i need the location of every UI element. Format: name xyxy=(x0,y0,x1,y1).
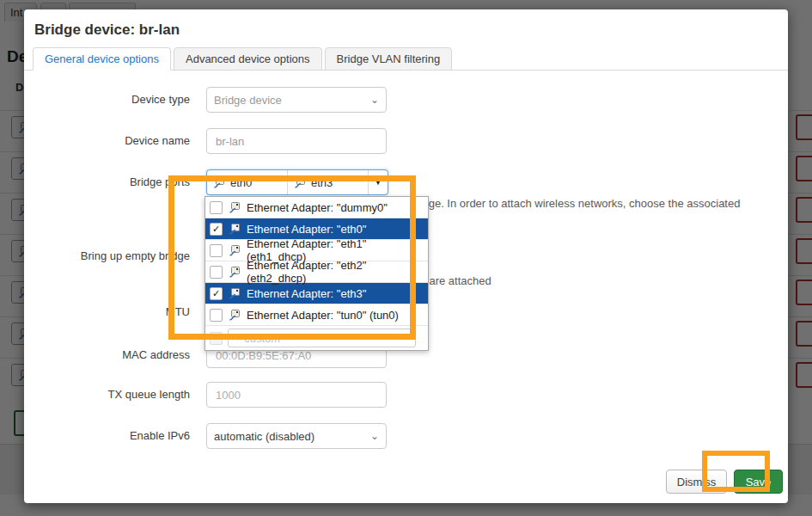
item-label: Ethernet Adapter: "tun0" (tun0) xyxy=(247,309,399,322)
item-checkbox[interactable] xyxy=(210,244,223,257)
modal-title: Bridge device: br-lan xyxy=(34,22,180,39)
item-label: Ethernet Adapter: "dummy0" xyxy=(247,201,388,214)
page: Int De D Bridge device: br-lan General d… xyxy=(0,0,812,516)
device-type-value: Bridge device xyxy=(214,94,282,107)
token-label: eth0 xyxy=(230,176,252,189)
chevron-down-icon: ⌄ xyxy=(370,94,379,106)
enable-ipv6-label: Enable IPv6 xyxy=(24,429,190,442)
dropdown-arrow-icon[interactable]: ▼ xyxy=(369,170,388,194)
device-type-select[interactable]: Bridge device ⌄ xyxy=(206,87,387,113)
modal-tabbar: General device options Advanced device o… xyxy=(24,49,788,71)
device-name-field xyxy=(206,128,387,154)
item-checkbox[interactable] xyxy=(210,309,223,322)
enable-ipv6-select[interactable]: automatic (disabled) ⌄ xyxy=(206,423,387,449)
token-label: eth3 xyxy=(311,176,333,189)
chevron-down-icon: ⌄ xyxy=(370,430,379,442)
save-button[interactable]: Save xyxy=(734,470,783,494)
bridge-ports-label: Bridge ports xyxy=(24,175,190,188)
tab-bridge-vlan-filtering[interactable]: Bridge VLAN filtering xyxy=(325,47,453,71)
item-checkbox[interactable]: ✓ xyxy=(210,223,223,236)
item-label: Ethernet Adapter: "eth2" (eth2_dhcp) xyxy=(247,259,428,285)
tx-queue-length-input[interactable] xyxy=(214,388,379,402)
bridge-ports-multiselect[interactable]: eth0eth3▼ xyxy=(206,169,388,195)
ethernet-adapter-icon xyxy=(228,308,241,322)
custom-checkbox[interactable] xyxy=(210,332,223,345)
ethernet-adapter-icon xyxy=(228,222,241,236)
ethernet-adapter-icon xyxy=(212,175,226,189)
enable-ipv6-value: automatic (disabled) xyxy=(214,430,314,443)
ethernet-adapter-icon xyxy=(228,286,241,300)
selected-port-token[interactable]: eth0 xyxy=(207,170,288,194)
dropdown-item[interactable]: ✓Ethernet Adapter: "eth3" xyxy=(205,283,428,304)
item-checkbox[interactable] xyxy=(210,201,223,214)
device-name-label: Device name xyxy=(24,134,190,147)
dropdown-item[interactable]: Ethernet Adapter: "tun0" (tun0) xyxy=(205,304,428,326)
mac-address-label: MAC address xyxy=(24,348,190,361)
dismiss-button[interactable]: Dismiss xyxy=(666,470,727,494)
device-type-label: Device type xyxy=(24,93,190,106)
item-label: Ethernet Adapter: "eth0" xyxy=(247,223,366,236)
tx-queue-length-label: TX queue length xyxy=(24,388,190,401)
device-name-input[interactable] xyxy=(214,134,379,149)
ethernet-adapter-icon xyxy=(228,243,241,257)
custom-port-input[interactable] xyxy=(228,329,416,347)
mtu-label: MTU xyxy=(24,305,190,318)
bridge-device-modal: Bridge device: br-lan General device opt… xyxy=(24,9,788,503)
dropdown-custom-row xyxy=(205,326,428,350)
ethernet-adapter-icon xyxy=(228,265,241,279)
dropdown-item[interactable]: Ethernet Adapter: "dummy0" xyxy=(205,197,428,218)
bridge-ports-dropdown-list: Ethernet Adapter: "dummy0"✓Ethernet Adap… xyxy=(205,196,429,351)
tab-general-device-options[interactable]: General device options xyxy=(33,47,171,71)
item-checkbox[interactable]: ✓ xyxy=(210,287,223,300)
tx-queue-length-field xyxy=(206,382,387,408)
selected-port-token[interactable]: eth3 xyxy=(288,170,369,194)
ethernet-adapter-icon xyxy=(293,175,307,189)
item-checkbox[interactable] xyxy=(210,266,223,279)
tab-advanced-device-options[interactable]: Advanced device options xyxy=(174,47,322,71)
dropdown-item[interactable]: Ethernet Adapter: "eth2" (eth2_dhcp) xyxy=(205,261,428,283)
ethernet-adapter-icon xyxy=(228,200,241,214)
bring-up-empty-bridge-label: Bring up empty bridge xyxy=(24,249,190,262)
item-label: Ethernet Adapter: "eth3" xyxy=(247,287,366,300)
